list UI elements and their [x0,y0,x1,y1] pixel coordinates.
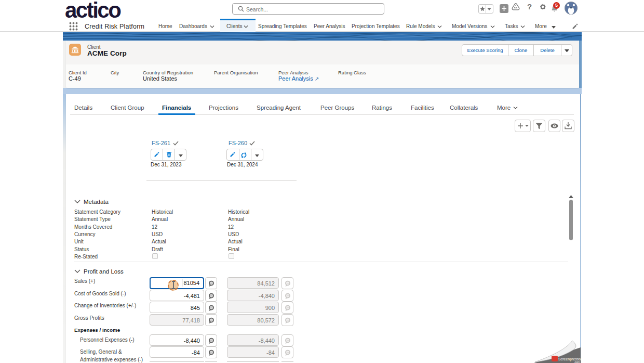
svg-text:.com: .com [574,360,580,363]
